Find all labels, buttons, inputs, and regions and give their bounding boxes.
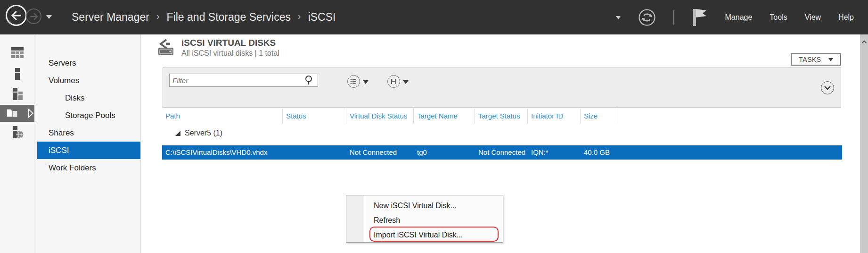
group-row-server5[interactable]: Server5 (1)	[162, 126, 222, 141]
top-bar: Server Manager › File and Storage Servic…	[0, 0, 868, 34]
tasks-button[interactable]: TASKS	[791, 53, 841, 66]
filter-box	[169, 74, 318, 87]
sidebar-item-servers[interactable]: Servers	[37, 54, 140, 72]
list-icon	[350, 78, 357, 85]
breadcrumb-separator-icon: ›	[156, 11, 160, 22]
save-query-button[interactable]	[387, 75, 400, 88]
notifications-flag-icon[interactable]	[692, 8, 708, 27]
column-header-target-status[interactable]: Target Status	[475, 109, 528, 124]
context-menu: New iSCSI Virtual Disk... Refresh Import…	[346, 195, 503, 243]
filter-toolbar	[163, 67, 841, 108]
iis-icon[interactable]	[0, 124, 34, 141]
server-globe-icon	[10, 125, 25, 139]
chevron-down-icon	[824, 85, 831, 90]
forward-button[interactable]	[26, 8, 41, 24]
search-icon	[304, 75, 315, 85]
page-subtitle: All iSCSI virtual disks | 1 total	[181, 49, 279, 58]
cell-target-status: Not Connected	[475, 145, 528, 160]
collapse-filter-button[interactable]	[821, 81, 834, 94]
menu-manage[interactable]: Manage	[725, 13, 753, 22]
history-dropdown-caret-icon[interactable]	[46, 15, 52, 22]
expand-flyout-icon	[27, 108, 34, 118]
breadcrumb-iscsi[interactable]: iSCSI	[308, 11, 336, 24]
breadcrumb: Server Manager › File and Storage Servic…	[72, 0, 336, 34]
topbar-right-cluster: Manage Tools View Help	[616, 0, 854, 34]
column-header-virtual-disk-status[interactable]: Virtual Disk Status	[346, 109, 414, 124]
column-header-size[interactable]: Size	[581, 109, 617, 124]
iscsi-virtual-disk-icon	[157, 38, 176, 58]
cell-path: C:\iSCSIVirtualDisks\VHD0.vhdx	[162, 145, 283, 160]
filter-criteria-caret-icon[interactable]	[363, 80, 368, 87]
group-label: Server5 (1)	[185, 129, 222, 137]
breadcrumb-server-manager[interactable]: Server Manager	[72, 11, 149, 24]
sidebar-item-shares[interactable]: Shares	[37, 124, 140, 142]
menu-item-new-iscsi-virtual-disk[interactable]: New iSCSI Virtual Disk...	[346, 198, 503, 213]
tasks-button-label: TASKS	[799, 56, 821, 63]
save-query-caret-icon[interactable]	[403, 80, 409, 87]
menu-item-refresh[interactable]: Refresh	[346, 213, 503, 228]
scroll-up-icon[interactable]	[861, 40, 867, 44]
sidebar-icon-rail	[0, 34, 34, 253]
cell-target-name: tg0	[414, 145, 475, 160]
main-pane: iSCSI VIRTUAL DISKS All iSCSI virtual di…	[141, 34, 860, 253]
column-header-path[interactable]: Path	[162, 109, 283, 124]
filter-input[interactable]	[170, 76, 304, 84]
table-row[interactable]: C:\iSCSIVirtualDisks\VHD0.vhdx Not Conne…	[162, 145, 842, 160]
table-header: Path Status Virtual Disk Status Target N…	[141, 109, 842, 124]
group-expanded-icon	[175, 131, 180, 136]
server-icon	[10, 67, 25, 81]
tasks-caret-icon	[828, 58, 833, 64]
save-icon	[391, 78, 397, 84]
menu-tools[interactable]: Tools	[770, 13, 787, 22]
filter-criteria-button[interactable]	[347, 75, 360, 88]
column-header-status[interactable]: Status	[283, 109, 346, 124]
sidebar-item-disks[interactable]: Disks	[37, 89, 140, 107]
breadcrumb-file-storage-services[interactable]: File and Storage Services	[167, 11, 291, 24]
breadcrumb-separator-icon: ›	[298, 11, 301, 22]
file-storage-services-icon[interactable]	[0, 105, 34, 122]
folder-file-icon	[6, 106, 21, 120]
page-title: iSCSI VIRTUAL DISKS	[181, 38, 276, 48]
cell-status	[283, 145, 346, 160]
vertical-scrollbar[interactable]	[860, 34, 868, 253]
servers-icon	[10, 87, 25, 101]
back-arrow-icon	[10, 9, 23, 22]
forward-arrow-icon	[29, 12, 39, 21]
cell-size: 40.0 GB	[581, 145, 617, 160]
sidebar-item-volumes[interactable]: Volumes	[37, 72, 140, 89]
all-servers-icon[interactable]	[0, 85, 34, 102]
cell-virtual-disk-status: Not Connected	[346, 145, 414, 160]
sidebar-nav: Servers Volumes Disks Storage Pools Shar…	[37, 34, 140, 253]
sidebar-item-iscsi[interactable]: iSCSI	[37, 142, 140, 159]
refresh-icon[interactable]	[638, 8, 656, 26]
menu-item-import-iscsi-virtual-disk[interactable]: Import iSCSI Virtual Disk...	[346, 228, 503, 242]
cell-initiator-id: IQN:*	[528, 145, 581, 160]
dashboard-grid-icon	[10, 45, 25, 59]
dashboard-icon[interactable]	[0, 44, 34, 61]
back-button[interactable]	[6, 5, 27, 26]
sidebar-item-work-folders[interactable]: Work Folders	[37, 159, 140, 177]
menu-view[interactable]: View	[805, 13, 821, 22]
local-server-icon[interactable]	[0, 66, 34, 83]
column-header-initiator-id[interactable]: Initiator ID	[528, 109, 581, 124]
column-header-target-name[interactable]: Target Name	[414, 109, 475, 124]
refresh-dropdown-caret-icon[interactable]	[616, 16, 621, 22]
sidebar-item-storage-pools[interactable]: Storage Pools	[37, 107, 140, 124]
menu-help[interactable]: Help	[838, 13, 854, 22]
topbar-divider	[673, 10, 674, 25]
